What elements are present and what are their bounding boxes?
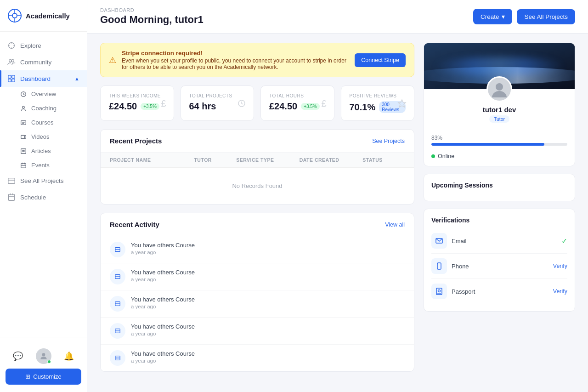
sidebar-item-see-all-projects[interactable]: See All Projects xyxy=(0,172,87,189)
recent-projects-card: Recent Projects See Projects PROJECT NAM… xyxy=(100,129,414,205)
sidebar-item-explore[interactable]: Explore xyxy=(0,37,87,54)
phone-label: Phone xyxy=(452,263,548,270)
warning-icon: ⚠ xyxy=(109,55,116,65)
content-right: tutor1 dev Tutor 83% Online Upcoming Ses… xyxy=(424,43,575,383)
dashboard-icon xyxy=(7,74,16,83)
customize-button[interactable]: ⊞ Customize xyxy=(6,369,81,385)
verify-phone: Phone Verify xyxy=(431,254,567,279)
community-icon xyxy=(7,58,16,66)
alert-description: Even when you set your profile to public… xyxy=(122,57,349,70)
recent-activity-card: Recent Activity View all You have others… xyxy=(100,213,414,372)
svg-point-16 xyxy=(23,106,24,108)
logo-text: Academically xyxy=(26,12,70,20)
customize-icon: ⊞ xyxy=(25,373,30,380)
passport-verify-link[interactable]: Verify xyxy=(553,288,567,295)
passport-icon xyxy=(431,284,447,299)
sidebar-coaching-label: Coaching xyxy=(31,105,57,112)
svg-point-8 xyxy=(11,60,14,62)
sidebar-bottom: 💬 🔔 ⊞ Customize xyxy=(0,337,87,392)
svg-marker-36 xyxy=(398,100,406,107)
view-all-link[interactable]: View all xyxy=(385,222,405,228)
sidebar-overview-label: Overview xyxy=(31,91,56,97)
activity-item: You have others Course a year ago xyxy=(101,290,414,318)
activity-time-2: a year ago xyxy=(131,304,195,309)
create-chevron-icon: ▾ xyxy=(502,13,505,20)
dashboard-chevron: ▲ xyxy=(74,76,79,81)
sidebar-item-community[interactable]: Community xyxy=(0,54,87,70)
sidebar-user-row: 💬 🔔 xyxy=(6,343,81,364)
main-content: DASHBOARD Good Morning, tutor1 Create ▾ … xyxy=(87,0,588,392)
activity-text-0: You have others Course xyxy=(131,242,195,249)
sidebar-item-dashboard[interactable]: Dashboard ▲ xyxy=(0,70,87,87)
alert-content: Stripe connection required! Even when yo… xyxy=(122,50,349,70)
page-header: DASHBOARD Good Morning, tutor1 Create ▾ … xyxy=(87,0,588,34)
content-area: ⚠ Stripe connection required! Even when … xyxy=(87,34,588,392)
sidebar-sub-events[interactable]: Events xyxy=(0,158,87,172)
sidebar-videos-label: Videos xyxy=(31,133,50,140)
activity-icon-1 xyxy=(110,269,125,284)
activity-content-3: You have others Course a year ago xyxy=(131,323,195,336)
passport-label: Passport xyxy=(452,288,548,295)
verifications-title: Verifications xyxy=(431,216,567,224)
customize-label: Customize xyxy=(33,373,61,380)
svg-rect-30 xyxy=(9,194,15,201)
stats-row: THIS WEEKS INCOME £24.50 +3.5% £ TOTAL P… xyxy=(100,85,414,121)
progress-label: 83% xyxy=(431,135,567,141)
svg-point-6 xyxy=(9,43,15,49)
upcoming-sessions-title: Upcoming Sessions xyxy=(431,182,567,189)
sidebar-sub-coaching[interactable]: Coaching xyxy=(0,101,87,115)
svg-rect-12 xyxy=(12,79,15,82)
activity-time-4: a year ago xyxy=(131,358,195,364)
sidebar-articles-label: Articles xyxy=(31,148,51,154)
phone-verify-link[interactable]: Verify xyxy=(553,263,567,269)
profile-avatar-wrap xyxy=(424,76,575,102)
svg-point-54 xyxy=(438,290,441,292)
recent-activity-title: Recent Activity xyxy=(110,221,159,228)
activity-icon-3 xyxy=(110,323,125,339)
see-all-projects-icon xyxy=(7,176,16,185)
svg-rect-53 xyxy=(436,288,442,295)
pound-icon: £ xyxy=(161,98,166,108)
header-actions: Create ▾ See All Projects xyxy=(473,9,575,24)
logo[interactable]: Academically xyxy=(0,0,87,32)
events-icon xyxy=(20,162,27,169)
sidebar-sub-videos[interactable]: Videos xyxy=(0,130,87,144)
breadcrumb: DASHBOARD xyxy=(100,7,204,13)
sidebar-sub-articles[interactable]: Articles xyxy=(0,144,87,158)
sidebar-sub-courses[interactable]: Courses xyxy=(0,115,87,130)
hours-pound-icon: £ xyxy=(321,98,326,108)
stat-income-label: THIS WEEKS INCOME xyxy=(109,93,165,98)
svg-rect-21 xyxy=(21,148,26,153)
avatar-image xyxy=(490,80,509,98)
stat-hours-badge: +3.5% xyxy=(301,103,320,110)
chat-icon[interactable]: 💬 xyxy=(13,351,23,361)
connect-stripe-label: Connect Stripe xyxy=(361,57,399,63)
see-projects-link[interactable]: See Projects xyxy=(372,138,405,144)
progress-bar-fill xyxy=(431,143,544,146)
svg-point-1 xyxy=(12,13,17,18)
recent-projects-title: Recent Projects xyxy=(110,137,162,145)
connect-stripe-button[interactable]: Connect Stripe xyxy=(355,53,406,67)
create-label: Create xyxy=(481,13,499,20)
create-button[interactable]: Create ▾ xyxy=(473,9,513,24)
sidebar-sub-overview[interactable]: Overview xyxy=(0,87,87,101)
header-left: DASHBOARD Good Morning, tutor1 xyxy=(100,7,204,26)
verify-email: Email ✓ xyxy=(431,228,567,254)
overview-icon xyxy=(20,91,27,97)
content-left: ⚠ Stripe connection required! Even when … xyxy=(100,43,414,383)
sidebar-item-schedule[interactable]: Schedule xyxy=(0,189,87,205)
clock-icon xyxy=(237,99,246,108)
profile-card: tutor1 dev Tutor 83% Online xyxy=(424,43,575,166)
articles-icon xyxy=(20,148,27,154)
logo-icon xyxy=(7,8,22,23)
profile-role-badge: Tutor xyxy=(489,115,509,123)
sidebar: Academically Explore Community Dashboard… xyxy=(0,0,87,392)
notifications-icon[interactable]: 🔔 xyxy=(64,351,74,361)
user-avatar-small[interactable] xyxy=(36,348,51,364)
sidebar-explore-label: Explore xyxy=(20,42,41,49)
stat-hours-value: £24.50 +3.5% xyxy=(269,101,326,112)
activity-content-0: You have others Course a year ago xyxy=(131,242,195,255)
sidebar-courses-label: Courses xyxy=(31,119,53,126)
see-all-projects-button[interactable]: See All Projects xyxy=(517,9,575,24)
activity-icon-4 xyxy=(110,350,125,366)
